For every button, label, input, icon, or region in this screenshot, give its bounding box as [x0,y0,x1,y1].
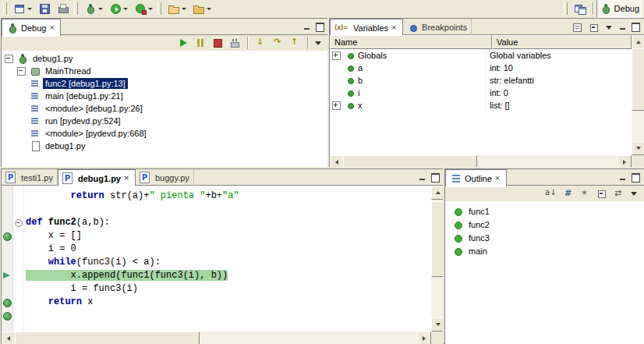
resume-button[interactable] [175,35,191,51]
sash-top-vertical[interactable] [327,18,329,167]
tree-expander[interactable] [332,101,341,110]
step-return-button[interactable] [287,35,303,51]
open-folder-button[interactable] [165,0,189,18]
scroll-left-button[interactable] [2,332,16,344]
print-button[interactable] [54,0,73,18]
code-token: i = func3(i) [26,283,138,294]
scrollbar-thumb[interactable] [15,332,200,344]
toolbar-grip[interactable] [74,2,78,15]
editor-tab-buggy-py[interactable]: buggy.py [136,169,194,186]
view-menu-button[interactable] [628,186,640,201]
close-icon[interactable] [123,174,131,183]
maximize-button[interactable] [630,172,642,183]
outline-tab-row: Outline [445,169,644,186]
breakpoint-icon[interactable] [3,312,12,321]
minimize-button[interactable] [617,22,628,33]
new-wizard-button[interactable] [10,0,35,18]
step-over-button[interactable] [270,35,285,51]
editor-vertical-scrollbar[interactable] [431,186,444,332]
toolbar-grip[interactable] [564,2,568,15]
close-icon[interactable] [48,23,56,33]
breakpoint-icon[interactable] [3,299,12,307]
code-editor[interactable]: return str(a)+" pienta "+b+"a"def func2(… [2,186,431,332]
tab-label: Debug [21,23,46,33]
toolbar-grip[interactable] [3,2,7,15]
tree-item[interactable]: <module> [debug1.py:26] [2,102,328,115]
table-row[interactable]: bstr: elefantti [330,74,632,87]
hide-comments-button[interactable] [560,186,575,201]
scroll-up-button[interactable] [632,35,644,49]
tab-breakpoints[interactable]: Breakpoints [403,19,472,35]
tree-item[interactable]: func2 [debug1.py:13] [2,77,328,90]
sash-bottom-vertical[interactable] [443,168,444,343]
disconnect-button[interactable] [227,35,242,51]
editor-horizontal-scrollbar[interactable] [2,332,431,344]
debug-button[interactable] [81,0,106,18]
sash-horizontal[interactable] [0,167,644,168]
maximize-button[interactable] [630,22,642,33]
column-header-name[interactable]: Name [330,35,492,49]
terminate-button[interactable] [210,35,225,51]
editor-tab-testi1-py[interactable]: testi1.py [2,169,58,186]
external-tools-button[interactable] [131,0,156,18]
fold-cell [13,243,23,256]
view-menu-button[interactable] [313,35,324,51]
tab-outline[interactable]: Outline [445,169,507,187]
tab-variables[interactable]: Variables [330,19,403,37]
code-area[interactable]: return str(a)+" pienta "+b+"a"def func2(… [24,186,431,332]
step-into-button[interactable] [253,35,268,51]
collapse-all-button[interactable] [586,20,602,35]
table-row[interactable]: GlobalsGlobal variables [330,49,632,62]
save-button[interactable] [35,0,54,18]
tree-item[interactable]: debug1.py [2,140,328,152]
link-with-editor-button[interactable] [611,186,627,201]
close-icon[interactable] [494,174,502,183]
run-button[interactable] [106,0,131,18]
tree-item[interactable]: debug1.py [2,52,328,65]
annotation-gutter[interactable] [2,186,13,332]
scrollbar-thumb[interactable] [632,48,644,111]
tab-debug[interactable]: Debug [2,19,61,37]
tree-item[interactable]: <module> [pydevd.py:668] [2,127,328,140]
variables-vertical-scrollbar[interactable] [632,35,644,155]
suspend-button[interactable] [193,35,208,51]
tree-expander[interactable] [5,55,13,63]
closed-folder-button[interactable] [189,0,214,18]
maximize-button[interactable] [314,22,326,33]
table-row[interactable]: iint: 0 [330,87,632,99]
close-icon[interactable] [391,23,398,33]
outline-item[interactable]: main [445,244,644,257]
column-header-value[interactable]: Value [492,35,632,49]
outline-item[interactable]: func2 [445,218,644,231]
debug-perspective-button[interactable]: Debug [596,0,642,18]
scroll-down-button[interactable] [632,141,644,155]
tree-item[interactable]: run [pydevd.py:524] [2,115,328,127]
outline-item[interactable]: func3 [445,231,644,244]
tree-item[interactable]: main [debug1.py:21] [2,90,328,102]
outline-item[interactable]: func1 [445,204,644,218]
tree-expander[interactable] [332,51,341,60]
code-line: i = func3(i) [26,282,431,296]
breakpoint-icon[interactable] [3,232,12,241]
tree-item[interactable]: MainThread [2,65,328,77]
show-type-names-button[interactable] [569,20,585,35]
open-perspective-button[interactable] [571,0,589,18]
toolbar-grip[interactable] [157,2,161,15]
collapse-all-icon [588,21,600,34]
collapse-all-button[interactable] [594,186,610,201]
minimize-button[interactable] [301,22,313,33]
editor-tab-debug1-py[interactable]: debug1.py [58,169,136,187]
scroll-right-button[interactable] [417,332,431,344]
minimize-button[interactable] [617,172,628,183]
sort-az-button[interactable] [543,186,558,201]
variables-horizontal-scrollbar[interactable] [330,155,632,168]
tree-expander[interactable] [17,67,26,76]
table-row[interactable]: aint: 10 [330,62,632,74]
hide-imports-button[interactable] [577,186,593,201]
fold-gutter[interactable] [13,186,24,332]
maximize-button[interactable] [430,172,441,183]
table-row[interactable]: xlist: [] [330,99,632,112]
minimize-button[interactable] [416,172,428,183]
collapse-fold-icon[interactable] [15,219,23,227]
view-menu-button[interactable] [603,20,615,35]
